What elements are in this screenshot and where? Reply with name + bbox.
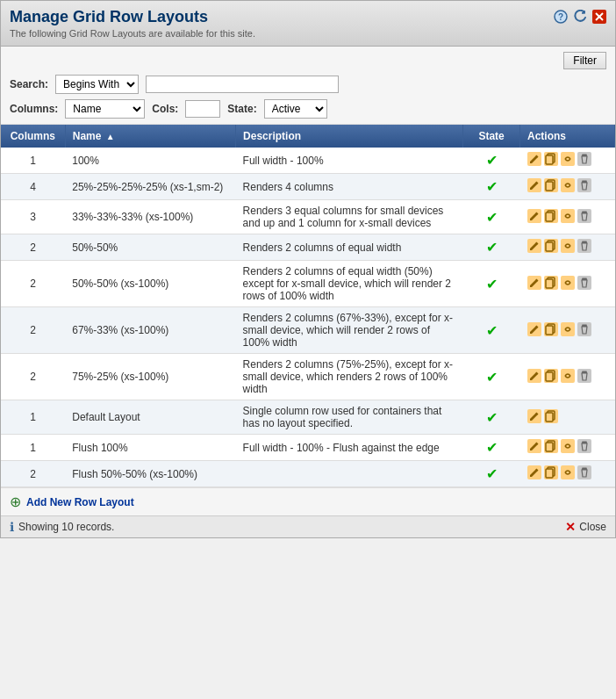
delete-icon[interactable] — [577, 209, 591, 226]
svg-rect-34 — [577, 276, 591, 290]
showing-records: Showing 10 records. — [18, 521, 114, 533]
cell-actions — [520, 354, 615, 400]
edit-icon[interactable] — [527, 152, 541, 169]
permissions-icon[interactable] — [561, 465, 575, 482]
svg-rect-9 — [561, 152, 575, 166]
help-icon[interactable]: ? — [554, 10, 568, 24]
state-active-icon: ✔ — [486, 440, 498, 455]
cell-state: ✔ — [463, 461, 520, 487]
copy-icon[interactable] — [544, 439, 558, 456]
cell-columns: 2 — [1, 234, 65, 261]
edit-icon[interactable] — [527, 239, 541, 256]
copy-icon[interactable] — [544, 465, 558, 482]
svg-rect-21 — [561, 209, 575, 223]
delete-icon[interactable] — [577, 322, 591, 339]
filter-button[interactable]: Filter — [563, 52, 606, 69]
state-select[interactable]: Active Inactive All — [264, 99, 327, 119]
search-row: Search: Begins With Contains Ends With E… — [10, 75, 606, 94]
edit-icon[interactable] — [527, 276, 541, 292]
action-icons-group — [527, 465, 608, 482]
cell-name: 75%-25% (xs-100%) — [65, 354, 235, 400]
action-icons-group — [527, 276, 608, 292]
copy-icon[interactable] — [544, 276, 558, 292]
svg-rect-10 — [577, 152, 591, 166]
action-icons-group — [527, 209, 608, 226]
columns-row: Columns: Name Description State Cols: St… — [10, 99, 606, 119]
copy-icon[interactable] — [544, 178, 558, 195]
delete-icon[interactable] — [577, 369, 591, 386]
table-row: 1Default LayoutSingle column row used fo… — [1, 400, 615, 435]
delete-icon[interactable] — [577, 276, 591, 292]
edit-icon[interactable] — [527, 209, 541, 226]
columns-select[interactable]: Name Description State — [65, 99, 145, 119]
search-input[interactable] — [146, 76, 339, 93]
cell-actions — [520, 461, 615, 487]
delete-icon[interactable] — [577, 465, 591, 482]
status-bar: ℹ Showing 10 records. ✕ Close — [1, 515, 615, 537]
search-label: Search: — [10, 78, 48, 90]
permissions-icon[interactable] — [561, 439, 575, 456]
action-icons-group — [527, 369, 608, 386]
cell-name: Default Layout — [65, 400, 235, 435]
cell-description: Renders 2 columns of equal width — [236, 234, 463, 261]
close-window-icon[interactable] — [592, 10, 606, 24]
refresh-icon[interactable] — [573, 10, 587, 24]
edit-icon[interactable] — [527, 322, 541, 339]
svg-rect-15 — [561, 178, 575, 192]
edit-icon[interactable] — [527, 465, 541, 482]
cell-state: ✔ — [463, 307, 520, 354]
copy-icon[interactable] — [544, 239, 558, 256]
cell-name: Flush 50%-50% (xs-100%) — [65, 461, 235, 487]
copy-icon[interactable] — [544, 369, 558, 386]
permissions-icon[interactable] — [561, 322, 575, 339]
copy-icon[interactable] — [544, 409, 558, 426]
add-new-row-layout-link[interactable]: Add New Row Layout — [26, 496, 134, 508]
permissions-icon[interactable] — [561, 152, 575, 169]
edit-icon[interactable] — [527, 409, 541, 426]
svg-rect-50 — [546, 413, 553, 422]
search-type-select[interactable]: Begins With Contains Ends With Exact — [55, 75, 139, 94]
cols-input[interactable] — [185, 100, 220, 118]
copy-icon[interactable] — [544, 322, 558, 339]
edit-icon[interactable] — [527, 178, 541, 195]
add-icon: ⊕ — [10, 494, 21, 510]
th-columns: Columns — [1, 125, 65, 148]
state-active-icon: ✔ — [486, 370, 498, 385]
delete-icon[interactable] — [577, 239, 591, 256]
state-active-icon: ✔ — [486, 410, 498, 425]
cell-columns: 4 — [1, 174, 65, 200]
delete-icon[interactable] — [577, 152, 591, 169]
svg-rect-22 — [577, 209, 591, 223]
permissions-icon[interactable] — [561, 369, 575, 386]
svg-rect-28 — [577, 239, 591, 253]
svg-rect-32 — [546, 279, 553, 288]
permissions-icon[interactable] — [561, 178, 575, 195]
svg-rect-14 — [546, 182, 553, 191]
copy-icon[interactable] — [544, 152, 558, 169]
page-subtitle: The following Grid Row Layouts are avail… — [10, 28, 255, 39]
info-icon: ℹ — [10, 520, 14, 534]
svg-rect-40 — [577, 322, 591, 336]
edit-icon[interactable] — [527, 439, 541, 456]
grid-table: Columns Name ▲ Description State Actions… — [1, 125, 615, 487]
table-row: 267%-33% (xs-100%)Renders 2 columns (67%… — [1, 307, 615, 354]
close-button[interactable]: ✕ Close — [565, 520, 606, 534]
copy-icon[interactable] — [544, 209, 558, 226]
cell-state: ✔ — [463, 200, 520, 234]
footer-bar: ⊕ Add New Row Layout — [1, 487, 615, 515]
table-row: 1Flush 100%Full width - 100% - Flush aga… — [1, 435, 615, 461]
permissions-icon[interactable] — [561, 276, 575, 292]
cell-description: Full width - 100% — [236, 148, 463, 174]
sort-arrow-name: ▲ — [106, 132, 115, 141]
delete-icon[interactable] — [577, 178, 591, 195]
svg-rect-60 — [546, 469, 553, 478]
edit-icon[interactable] — [527, 369, 541, 386]
cell-columns: 1 — [1, 435, 65, 461]
permissions-icon[interactable] — [561, 239, 575, 256]
table-row: 333%-33%-33% (xs-100%)Renders 3 equal co… — [1, 200, 615, 234]
th-name[interactable]: Name ▲ — [65, 125, 235, 148]
svg-rect-45 — [561, 369, 575, 383]
permissions-icon[interactable] — [561, 209, 575, 226]
delete-icon[interactable] — [577, 439, 591, 456]
cell-description: Renders 2 columns (67%-33%), except for … — [236, 307, 463, 354]
